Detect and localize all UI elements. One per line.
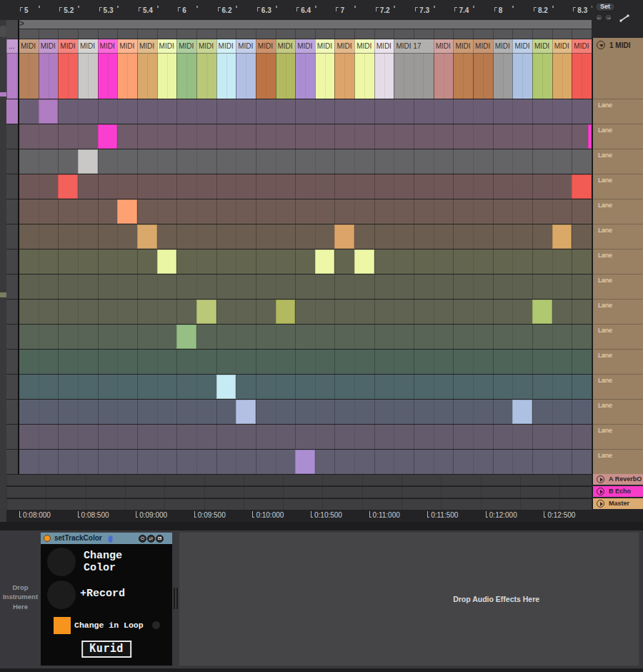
clip-body[interactable] <box>19 54 39 99</box>
lane-content[interactable] <box>19 275 592 299</box>
left-scroll-fragment[interactable] <box>0 26 6 37</box>
time-label[interactable]: 0:12:000 <box>486 511 517 519</box>
clip-header[interactable]: MIDI <box>354 39 374 54</box>
clip-body[interactable] <box>374 54 394 99</box>
lane-header[interactable]: Lane <box>593 274 643 299</box>
take-lane[interactable] <box>6 199 592 224</box>
return-row[interactable] <box>6 498 592 510</box>
lane-clip[interactable] <box>137 224 157 249</box>
clip-body[interactable] <box>78 54 98 99</box>
lane-clip[interactable] <box>512 400 532 424</box>
lane-content[interactable] <box>19 425 592 449</box>
clip-body[interactable] <box>532 54 552 99</box>
lane-clip[interactable] <box>334 224 354 249</box>
take-lane[interactable] <box>6 99 592 124</box>
lane-content[interactable] <box>19 300 592 324</box>
lane-header[interactable]: Lane <box>593 299 643 324</box>
record-knob[interactable] <box>47 580 76 609</box>
clip-body[interactable] <box>354 54 374 99</box>
lane-clip[interactable] <box>117 199 137 224</box>
loop-color-swatch[interactable] <box>54 617 71 634</box>
lane-header[interactable]: Lane <box>593 324 643 349</box>
beat-label[interactable]: 6.4 <box>296 6 311 19</box>
lane-clip[interactable] <box>532 300 552 324</box>
clip-header[interactable]: MIDI <box>434 39 454 54</box>
lane-clip[interactable] <box>552 224 572 249</box>
midi-clip[interactable]: MIDI <box>295 39 315 99</box>
midi-clip[interactable]: MIDI <box>157 39 177 99</box>
track-header[interactable]: 1 MIDI <box>593 38 643 54</box>
clip-body[interactable] <box>453 54 473 99</box>
clip-body[interactable] <box>334 54 354 99</box>
clip-body[interactable] <box>196 54 216 99</box>
take-lane[interactable] <box>6 374 592 399</box>
clip-body[interactable] <box>295 54 315 99</box>
drop-audio-effects-zone[interactable]: Drop Audio Effects Here <box>453 595 539 603</box>
clip-body[interactable] <box>552 54 572 99</box>
clip-body[interactable] <box>276 54 296 99</box>
clip-header[interactable]: MIDI <box>315 39 335 54</box>
time-label[interactable]: 0:08:500 <box>78 511 109 519</box>
midi-clip[interactable]: MIDI <box>196 39 216 99</box>
lane-header[interactable]: Lane <box>593 399 643 424</box>
beat-label[interactable]: 7.2 <box>376 6 390 19</box>
clip-header[interactable]: MIDI <box>58 39 78 54</box>
fold-track-icon[interactable] <box>597 41 605 49</box>
midi-clip[interactable]: MIDI <box>236 39 256 99</box>
clip-body[interactable] <box>434 54 454 99</box>
clip-header[interactable]: MIDI <box>98 39 118 54</box>
lane-content[interactable] <box>19 124 592 149</box>
clip-body[interactable] <box>98 54 118 99</box>
clip-header[interactable]: MIDI <box>137 39 157 54</box>
change-color-knob[interactable] <box>47 548 76 576</box>
time-label[interactable]: 0:09:000 <box>136 511 167 519</box>
clip-body[interactable] <box>176 54 196 99</box>
clip-header[interactable]: MIDI <box>572 39 592 54</box>
clip-header[interactable]: MIDI <box>39 39 59 54</box>
time-label[interactable]: 0:10:000 <box>252 511 284 519</box>
clip-body[interactable] <box>394 54 433 99</box>
clip-body[interactable] <box>236 54 256 99</box>
drop-instrument-zone[interactable]: Drop Instrument Here <box>0 583 41 611</box>
clip-body[interactable] <box>157 54 177 99</box>
lane-header[interactable]: Lane <box>593 424 643 449</box>
midi-clip[interactable]: MIDI <box>572 39 592 99</box>
return-track[interactable]: A ReverbO <box>592 474 643 485</box>
midi-clip[interactable]: MIDI <box>354 39 374 99</box>
lane-header[interactable]: Lane <box>593 149 643 174</box>
clip-header[interactable]: MIDI <box>532 39 552 54</box>
lane-clip[interactable] <box>98 124 118 149</box>
beat-label[interactable]: 8.3 <box>573 6 587 19</box>
clip-body[interactable] <box>315 54 335 99</box>
lane-content[interactable] <box>19 400 592 424</box>
zoom-diagonal-icon[interactable] <box>618 13 631 22</box>
clip-header[interactable]: MIDI <box>117 39 137 54</box>
midi-clip[interactable]: MIDI <box>176 39 196 99</box>
clip-header[interactable]: MIDI <box>512 39 532 54</box>
lane-clip[interactable] <box>196 300 216 324</box>
return-track[interactable]: Master <box>592 498 643 509</box>
midi-clip[interactable]: MIDI <box>117 39 137 99</box>
midi-clip[interactable]: MIDI <box>552 39 572 99</box>
clip-body[interactable] <box>512 54 532 99</box>
play-icon[interactable] <box>597 500 604 508</box>
clip-body[interactable] <box>572 54 592 99</box>
clip-header[interactable]: MIDI <box>157 39 177 54</box>
clip-header[interactable]: MIDI <box>236 39 256 54</box>
take-lane[interactable] <box>6 149 592 174</box>
lane-content[interactable] <box>19 249 592 274</box>
lane-header[interactable]: Lane <box>593 199 643 224</box>
device-save-button[interactable] <box>156 535 164 543</box>
lane-clip[interactable] <box>176 325 196 349</box>
clip-body[interactable] <box>39 54 59 99</box>
time-label[interactable]: 0:08:000 <box>19 511 51 519</box>
midi-clip[interactable]: MIDI <box>512 39 532 99</box>
lane-header[interactable]: Lane <box>593 124 643 149</box>
midi-clip[interactable]: MIDI <box>493 39 513 99</box>
clip-header[interactable]: MIDI <box>552 39 572 54</box>
clip-header[interactable]: MIDI 17 <box>394 39 433 54</box>
time-label[interactable]: 0:11:500 <box>427 511 458 519</box>
lane-header[interactable]: Lane <box>593 374 643 399</box>
lane-clip[interactable] <box>216 375 236 399</box>
clip-body[interactable] <box>473 54 493 99</box>
